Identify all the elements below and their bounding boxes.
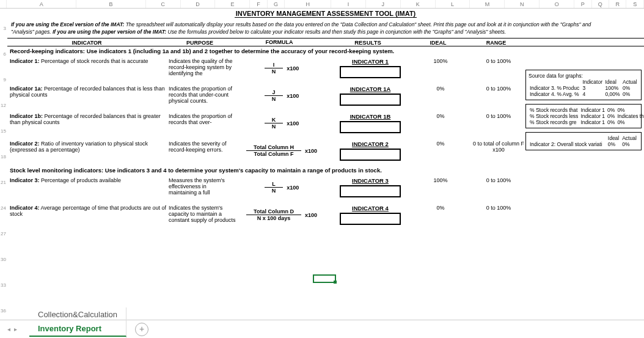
side1-r1-a: Indicator 3. % Produc [529,85,581,91]
side-panel-3: IdealActual Indicator 2: Overall stock v… [525,132,642,150]
tab-next-icon[interactable]: ▸ [14,326,17,332]
col-F[interactable]: F [250,0,267,8]
worksheet[interactable]: INVENTORY MANAGEMENT ASSESSMENT TOOL (IM… [7,9,644,320]
col-A[interactable]: A [7,0,76,8]
tab-collection-calculation[interactable]: Collection&Calculation [29,307,126,321]
col-Q[interactable]: Q [592,0,609,8]
side1-hdr-2: Ideal [604,79,621,85]
intro-text: If you are using the Excel version of th… [7,17,644,38]
hdr-ideal: IDEAL [411,39,466,46]
tab-inventory-report[interactable]: Inventory Report [29,321,126,337]
indicator-row-5: Indicator 4: Average percentage of time … [7,202,644,230]
result-box-4[interactable] [340,185,401,197]
col-B[interactable]: B [76,0,146,8]
result-box-3[interactable] [340,149,401,161]
col-S[interactable]: S [626,0,643,8]
hdr-formula: FORMULA [233,39,325,46]
side1-hdr-3: Actual [621,79,639,85]
col-N[interactable]: N [505,0,540,8]
column-headers: ABCDEFGHIJKLMNOPQRS [0,0,644,9]
hdr-purpose: PURPOSE [166,39,233,46]
col-D[interactable]: D [181,0,216,8]
col-L[interactable]: L [436,0,470,8]
side1-hdr-1: Indicator [581,79,604,85]
page-title: INVENTORY MANAGEMENT ASSESSMENT TOOL (IM… [7,10,644,17]
col-I[interactable]: I [331,0,366,8]
col-P[interactable]: P [574,0,591,8]
intro-body-2: Use the formulas provided below to calcu… [166,29,506,35]
col-C[interactable]: C [146,0,181,8]
result-box-0[interactable] [340,66,401,78]
hdr-indicator: INDICATOR [7,39,166,46]
side1-r2-a: Indicator 4. % Avg. % [529,91,581,97]
col-M[interactable]: M [470,0,505,8]
col-G[interactable]: G [268,0,285,8]
title-text: INVENTORY MANAGEMENT ASSESSMENT TOOL (IM… [235,10,417,18]
side-panel-2: % Stock records thatIndicator 10%0% % St… [525,104,642,128]
active-cell-selection[interactable] [313,274,336,283]
section-2: Stock level monitoring indicators: Use i… [7,166,644,175]
section-1: Record-keeping indicators: Use indicator… [7,46,644,56]
tab-prev-icon[interactable]: ◂ [7,326,10,332]
result-box-1[interactable] [340,94,401,106]
col-J[interactable]: J [366,0,401,8]
hdr-range: RANGE [466,39,527,46]
tab-nav: ◂ ▸ [7,326,17,332]
col-E[interactable]: E [215,0,250,8]
result-box-2[interactable] [340,121,401,133]
table-header-row: INDICATOR PURPOSE FORMULA RESULTS IDEAL … [7,38,644,46]
intro-lead-1: If you are using the Excel version of th… [11,21,124,28]
col-K[interactable]: K [401,0,436,8]
side-panel-1: Source data for graphs: IndicatorIdealAc… [525,70,642,100]
col-H[interactable]: H [285,0,331,8]
row-headers: 36912151821242730333639 [0,9,7,320]
hdr-results: RESULTS [325,39,411,46]
add-sheet-button[interactable]: + [135,323,148,336]
indicator-row-4: Indicator 3: Percentage of products avai… [7,175,644,202]
intro-lead-2: If you are using the paper version of th… [53,29,166,35]
sheet-tabs: ◂ ▸ Collection&CalculationInventory Repo… [0,320,644,338]
side1-title: Source data for graphs: [529,73,639,79]
result-box-5[interactable] [340,213,401,225]
col-R[interactable]: R [609,0,626,8]
col-O[interactable]: O [540,0,574,8]
side-data: Source data for graphs: IndicatorIdealAc… [525,70,642,154]
